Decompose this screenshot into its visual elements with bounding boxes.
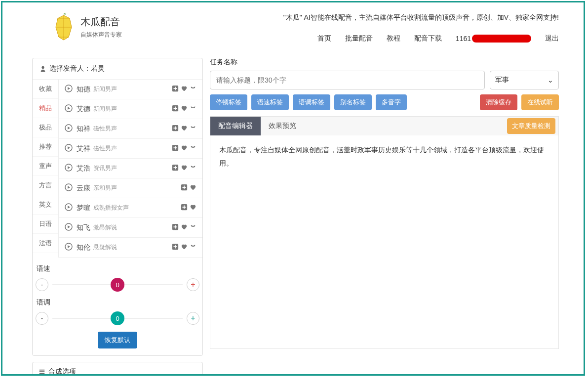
app-subtitle: 自媒体声音专家 <box>80 31 122 39</box>
add-icon[interactable] <box>181 204 188 212</box>
tab-preview[interactable]: 效果预览 <box>261 117 304 135</box>
voice-list: 知德新闻男声艾德新闻男声知祥磁性男声艾祥磁性男声艾浩资讯男声云康亲和男声梦暄成熟… <box>58 80 202 258</box>
category-item[interactable]: 推荐 <box>33 137 58 157</box>
synth-options-row[interactable]: 合成选项 <box>32 362 203 376</box>
polyphone-button[interactable]: 多音字 <box>376 94 407 110</box>
speed-tag-button[interactable]: 语速标签 <box>251 94 289 110</box>
clear-cache-button[interactable]: 清除缓存 <box>480 94 517 110</box>
editor-content[interactable]: 木瓜配音，专注自媒体全网原创配音，涵盖时政军事历史娱乐等十几个领域，打造各平台顶… <box>210 135 559 349</box>
category-item[interactable]: 童声 <box>33 157 58 176</box>
play-icon[interactable] <box>65 164 73 173</box>
category-item[interactable]: 收藏 <box>33 80 58 99</box>
heart-icon[interactable] <box>181 105 188 113</box>
sprout-icon[interactable] <box>190 85 196 93</box>
play-icon[interactable] <box>65 144 73 153</box>
category-select[interactable]: 军事 ⌄ <box>490 71 559 89</box>
sprout-icon[interactable] <box>190 125 196 133</box>
pitch-minus-button[interactable]: - <box>36 312 48 325</box>
play-icon[interactable] <box>65 85 73 94</box>
category-item[interactable]: 方言 <box>33 176 58 195</box>
add-icon[interactable] <box>172 164 179 173</box>
nav-user[interactable]: 1161 <box>456 35 531 43</box>
voice-desc: 激昂解说 <box>93 223 117 232</box>
voice-item: 知德新闻男声 <box>59 80 202 99</box>
category-item[interactable]: 英文 <box>33 195 58 215</box>
pitch-label: 语调 <box>33 298 202 307</box>
sprout-icon[interactable] <box>190 164 196 173</box>
list-icon <box>39 368 45 375</box>
tab-editor[interactable]: 配音编辑器 <box>210 117 261 135</box>
category-item[interactable]: 法语 <box>33 234 58 253</box>
title-input[interactable] <box>210 71 485 89</box>
voice-name: 知伦 <box>77 243 90 252</box>
play-icon[interactable] <box>65 124 73 133</box>
heart-icon[interactable] <box>181 144 188 153</box>
alias-tag-button[interactable]: 别名标签 <box>334 94 372 110</box>
speed-slider-knob[interactable]: 0 <box>111 278 124 292</box>
heart-icon[interactable] <box>181 243 188 252</box>
add-icon[interactable] <box>172 125 179 133</box>
logo-block: 木瓜配音 自媒体声音专家 <box>52 13 122 41</box>
heart-icon[interactable] <box>181 164 188 173</box>
add-icon[interactable] <box>172 223 179 232</box>
play-icon[interactable] <box>65 104 73 114</box>
voice-desc: 磁性男声 <box>93 144 117 153</box>
voice-desc: 磁性男声 <box>93 125 117 133</box>
nav-tutorial[interactable]: 教程 <box>387 34 400 43</box>
sprout-icon[interactable] <box>190 105 196 113</box>
add-icon[interactable] <box>181 184 188 192</box>
sprout-icon[interactable] <box>190 223 196 232</box>
pitch-slider-knob[interactable]: 0 <box>111 311 124 325</box>
add-icon[interactable] <box>172 144 179 153</box>
speed-plus-button[interactable]: + <box>187 278 199 291</box>
voice-desc: 资讯男声 <box>93 164 117 173</box>
category-item[interactable]: 日语 <box>33 215 58 234</box>
pitch-tag-button[interactable]: 语调标签 <box>293 94 330 110</box>
heart-icon[interactable] <box>181 125 188 133</box>
category-list: 收藏精品极品推荐童声方言英文日语法语 <box>33 80 58 258</box>
nav-batch[interactable]: 批量配音 <box>345 34 373 43</box>
speed-minus-button[interactable]: - <box>36 278 48 291</box>
voice-desc: 新闻男声 <box>93 105 117 113</box>
quality-check-button[interactable]: 文章质量检测 <box>507 118 555 134</box>
add-icon[interactable] <box>172 85 179 93</box>
voice-name: 艾祥 <box>77 144 90 153</box>
pitch-slider-track[interactable]: 0 <box>52 318 183 319</box>
nav-logout[interactable]: 退出 <box>545 34 559 43</box>
heart-icon[interactable] <box>181 85 188 93</box>
play-icon[interactable] <box>65 223 73 232</box>
play-icon[interactable] <box>65 183 73 193</box>
category-item[interactable]: 极品 <box>33 118 58 137</box>
voice-name: 艾德 <box>77 105 90 114</box>
category-item[interactable]: 精品 <box>33 99 58 118</box>
nav-download[interactable]: 配音下载 <box>414 34 442 43</box>
play-icon[interactable] <box>65 203 73 213</box>
sprout-icon[interactable] <box>190 144 196 153</box>
pause-tag-button[interactable]: 停顿标签 <box>210 94 247 110</box>
voice-name: 梦暄 <box>77 204 90 213</box>
preview-online-button[interactable]: 在线试听 <box>521 94 559 110</box>
add-icon[interactable] <box>172 243 179 252</box>
add-icon[interactable] <box>172 105 179 113</box>
reset-defaults-button[interactable]: 恢复默认 <box>98 332 137 348</box>
voice-name: 知祥 <box>77 125 90 133</box>
play-icon[interactable] <box>65 243 73 252</box>
voice-item: 艾祥磁性男声 <box>59 139 202 159</box>
nav-home[interactable]: 首页 <box>317 34 331 43</box>
voice-item: 艾德新闻男声 <box>59 99 202 119</box>
sprout-icon[interactable] <box>190 243 196 252</box>
voice-desc: 悬疑解说 <box>93 243 117 252</box>
speed-slider-track[interactable]: 0 <box>52 284 183 285</box>
person-icon <box>39 65 46 72</box>
pitch-plus-button[interactable]: + <box>187 312 199 325</box>
heart-icon[interactable] <box>190 184 196 192</box>
task-name-label: 任务名称 <box>210 58 559 67</box>
voice-item: 艾浩资讯男声 <box>59 159 202 178</box>
app-title: 木瓜配音 <box>80 15 122 29</box>
voice-desc: 新闻男声 <box>93 85 117 93</box>
heart-icon[interactable] <box>190 204 196 212</box>
voice-name: 云康 <box>77 184 90 193</box>
chevron-down-icon: ⌄ <box>548 76 553 84</box>
voice-item: 知飞激昂解说 <box>59 218 202 238</box>
heart-icon[interactable] <box>181 223 188 232</box>
